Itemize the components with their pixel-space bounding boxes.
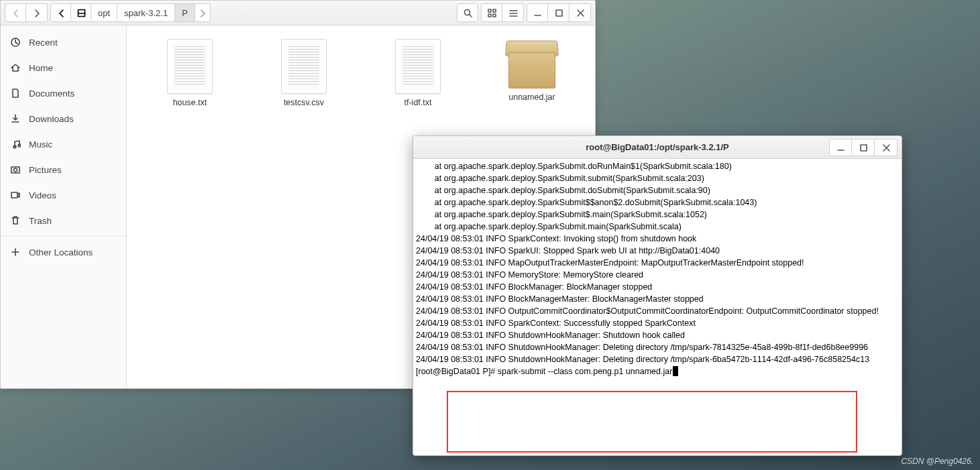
- svg-rect-10: [11, 192, 17, 198]
- sidebar-item-label: Home: [29, 63, 53, 73]
- clock-icon: [10, 37, 21, 48]
- breadcrumb: opt spark-3.2.1 P: [50, 3, 211, 22]
- svg-rect-5: [493, 14, 496, 17]
- sidebar-item-music[interactable]: Music: [1, 131, 126, 157]
- svg-rect-2: [488, 9, 491, 12]
- sidebar-item-label: Recent: [29, 38, 58, 48]
- sidebar-item-recent[interactable]: Recent: [1, 30, 126, 55]
- path-overflow-left[interactable]: [51, 4, 71, 21]
- sidebar-item-label: Music: [29, 139, 52, 150]
- chevron-right-icon: [198, 8, 207, 17]
- search-button[interactable]: [457, 3, 478, 22]
- sidebar-item-other-locations[interactable]: Other Locations: [1, 239, 126, 265]
- text-file-icon: [281, 39, 327, 94]
- archive-file-icon: [504, 39, 559, 89]
- svg-rect-4: [488, 14, 491, 17]
- video-icon: [10, 190, 21, 200]
- close-button[interactable]: [875, 139, 897, 156]
- highlight-box: [447, 391, 857, 453]
- search-icon: [463, 8, 472, 17]
- terminal-output: at org.apache.spark.deploy.SparkSubmit.d…: [416, 162, 879, 364]
- maximize-button[interactable]: [548, 3, 569, 22]
- view-grid-button[interactable]: [481, 3, 502, 22]
- camera-icon: [10, 164, 21, 175]
- path-overflow-right[interactable]: [195, 8, 210, 17]
- terminal-command: spark-submit --class com.peng.p1 unnamed…: [498, 367, 673, 376]
- plus-icon: [10, 247, 21, 257]
- menu-icon: [508, 8, 518, 17]
- terminal-title: root@BigData01:/opt/spark-3.2.1/P: [586, 142, 729, 152]
- file-label: unnamed.jar: [508, 93, 555, 102]
- breadcrumb-segment-opt[interactable]: opt: [91, 4, 117, 21]
- chevron-left-icon: [56, 8, 66, 17]
- cursor: [673, 366, 678, 376]
- grid-icon: [487, 8, 496, 17]
- back-button[interactable]: [5, 3, 26, 22]
- sidebar-item-videos[interactable]: Videos: [1, 182, 126, 208]
- svg-rect-3: [493, 9, 496, 12]
- sidebar-item-trash[interactable]: Trash: [1, 208, 126, 233]
- close-icon: [576, 8, 585, 17]
- terminal-prompt: [root@BigData01 P]#: [416, 367, 498, 376]
- file-item[interactable]: house.txt: [150, 39, 230, 107]
- sidebar-item-documents[interactable]: Documents: [1, 80, 126, 106]
- disk-icon: [76, 8, 86, 17]
- file-icon: [10, 88, 21, 99]
- breadcrumb-segment-spark[interactable]: spark-3.2.1: [117, 4, 175, 21]
- file-item[interactable]: testcsv.csv: [264, 39, 344, 107]
- maximize-icon: [859, 143, 868, 152]
- file-label: tf-idf.txt: [404, 98, 432, 107]
- hamburger-menu-button[interactable]: [502, 3, 524, 22]
- file-label: testcsv.csv: [284, 98, 324, 107]
- breadcrumb-segment-current[interactable]: P: [175, 4, 195, 21]
- text-file-icon: [167, 39, 213, 94]
- file-label: house.txt: [173, 98, 207, 107]
- sidebar-item-label: Other Locations: [29, 247, 93, 257]
- download-icon: [10, 113, 21, 124]
- watermark: CSDN @Peng0426.: [901, 457, 973, 466]
- music-icon: [10, 139, 21, 150]
- trash-icon: [10, 215, 21, 226]
- maximize-icon: [554, 8, 563, 17]
- text-file-icon: [395, 39, 441, 94]
- terminal-titlebar: root@BigData01:/opt/spark-3.2.1/P: [413, 136, 902, 159]
- sidebar-item-home[interactable]: Home: [1, 55, 126, 80]
- minimize-button[interactable]: [527, 3, 548, 22]
- path-root[interactable]: [71, 4, 91, 21]
- svg-rect-11: [861, 145, 867, 151]
- forward-button[interactable]: [26, 3, 48, 22]
- terminal-window: root@BigData01:/opt/spark-3.2.1/P at org…: [413, 135, 902, 456]
- minimize-button[interactable]: [829, 139, 852, 156]
- svg-point-1: [465, 10, 470, 15]
- sidebar: Recent Home Documents Downloads Music Pi…: [1, 25, 127, 388]
- sidebar-item-pictures[interactable]: Pictures: [1, 157, 126, 182]
- chevron-right-icon: [32, 8, 42, 17]
- sidebar-item-label: Trash: [29, 216, 52, 226]
- sidebar-item-downloads[interactable]: Downloads: [1, 106, 126, 131]
- file-item[interactable]: tf-idf.txt: [378, 39, 458, 107]
- sidebar-separator: [1, 236, 126, 237]
- home-icon: [10, 62, 21, 73]
- chevron-left-icon: [11, 8, 20, 17]
- maximize-button[interactable]: [852, 139, 875, 156]
- close-icon: [881, 143, 891, 152]
- titlebar: opt spark-3.2.1 P: [1, 1, 595, 25]
- svg-rect-6: [556, 10, 562, 16]
- minimize-icon: [533, 8, 542, 17]
- sidebar-item-label: Pictures: [29, 165, 62, 175]
- minimize-icon: [836, 143, 845, 152]
- close-button[interactable]: [569, 3, 591, 22]
- sidebar-item-label: Documents: [29, 89, 74, 99]
- sidebar-item-label: Downloads: [29, 114, 74, 124]
- sidebar-item-label: Videos: [29, 190, 56, 200]
- file-item[interactable]: unnamed.jar: [492, 39, 572, 102]
- svg-point-9: [14, 168, 17, 172]
